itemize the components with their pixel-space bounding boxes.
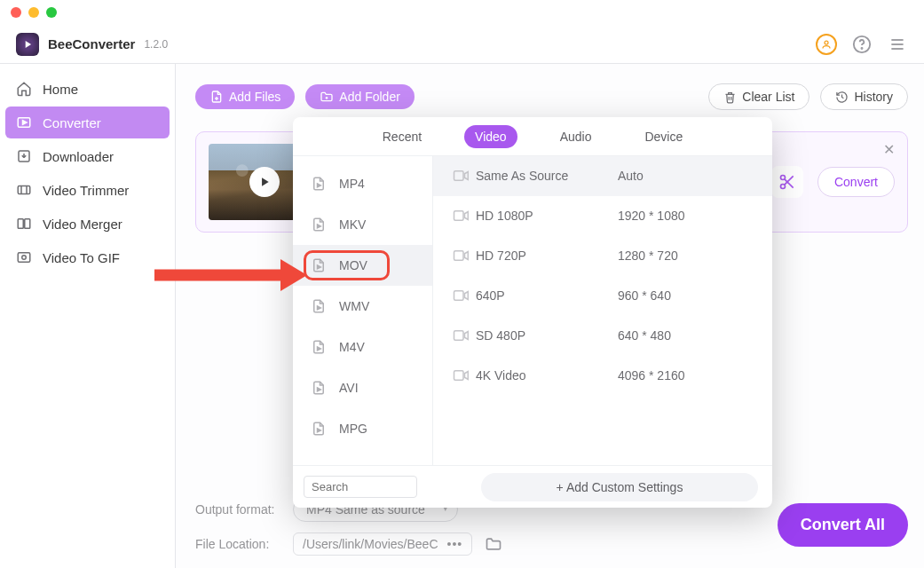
format-search-input[interactable] [304, 476, 417, 498]
format-item-mp4[interactable]: MP4 [293, 163, 432, 204]
svg-point-23 [780, 176, 785, 180]
video-icon [453, 170, 476, 182]
svg-marker-0 [26, 40, 31, 47]
resolution-item[interactable]: 4K Video4096 * 2160 [433, 356, 772, 396]
trim-button[interactable] [771, 166, 803, 198]
file-icon [311, 217, 327, 233]
svg-marker-30 [318, 306, 321, 310]
video-icon [453, 329, 476, 342]
app-header: BeeConverter 1.2.0 [0, 25, 924, 64]
window-titlebar [0, 0, 924, 25]
add-folder-icon [320, 90, 334, 104]
resolution-dims: 1920 * 1080 [618, 209, 685, 223]
convert-button[interactable]: Convert [817, 167, 895, 197]
format-item-mov[interactable]: MOV [293, 245, 432, 286]
add-custom-settings-button[interactable]: + Add Custom Settings [481, 473, 758, 501]
tab-device[interactable]: Device [634, 125, 693, 148]
svg-point-1 [825, 41, 828, 44]
history-label: History [854, 90, 893, 104]
svg-marker-8 [23, 121, 28, 125]
clear-list-label: Clear List [742, 90, 794, 104]
svg-marker-28 [318, 225, 321, 228]
format-label: AVI [339, 381, 359, 395]
file-icon [311, 257, 327, 273]
svg-marker-43 [465, 332, 469, 340]
resolution-item[interactable]: SD 480P640 * 480 [433, 316, 772, 356]
downloader-icon [16, 148, 32, 164]
sidebar-item-gif[interactable]: Video To GIF [5, 241, 170, 273]
help-icon[interactable] [851, 34, 873, 55]
menu-icon[interactable] [887, 34, 908, 55]
svg-rect-14 [25, 219, 30, 229]
resolution-item[interactable]: Same As SourceAuto [433, 156, 772, 196]
format-item-mkv[interactable]: MKV [293, 204, 432, 245]
svg-rect-15 [18, 253, 30, 263]
tab-audio[interactable]: Audio [549, 125, 603, 148]
file-location-field[interactable]: /Users/link/Movies/BeeC ••• [293, 532, 472, 556]
format-label: MKV [339, 217, 366, 232]
format-label: MP4 [339, 177, 365, 191]
window-close-dot[interactable] [11, 7, 21, 18]
svg-point-16 [22, 256, 27, 260]
format-label: M4V [339, 340, 365, 354]
svg-marker-32 [318, 388, 321, 391]
sidebar-item-merger[interactable]: Video Merger [5, 208, 170, 240]
resolution-dims: Auto [618, 169, 644, 183]
tab-recent[interactable]: Recent [372, 125, 432, 148]
sidebar-item-converter[interactable]: Converter [5, 106, 170, 138]
convert-all-button[interactable]: Convert All [778, 503, 908, 547]
file-icon [311, 298, 327, 314]
window-zoom-dot[interactable] [46, 7, 57, 18]
sidebar-item-label: Video To GIF [43, 250, 120, 265]
convert-label: Convert [834, 175, 878, 189]
add-files-icon [209, 90, 224, 104]
app-name: BeeConverter [48, 36, 135, 51]
sidebar-item-trimmer[interactable]: Video Trimmer [5, 174, 170, 206]
format-list[interactable]: MP4MKVMOVWMVM4VAVIMPG [293, 156, 433, 465]
resolution-dims: 4096 * 2160 [618, 368, 685, 383]
svg-point-3 [861, 48, 862, 49]
resolution-item[interactable]: HD 720P1280 * 720 [433, 236, 772, 276]
format-label: MPG [339, 422, 367, 436]
svg-marker-27 [318, 184, 321, 187]
add-folder-label: Add Folder [339, 90, 399, 104]
card-close-icon[interactable]: ✕ [883, 141, 895, 158]
history-icon [835, 91, 849, 104]
add-files-button[interactable]: Add Files [195, 84, 295, 109]
resolution-list[interactable]: Same As SourceAutoHD 1080P1920 * 1080HD … [433, 156, 772, 465]
svg-marker-45 [465, 372, 469, 380]
format-item-mpg[interactable]: MPG [293, 408, 432, 449]
format-item-m4v[interactable]: M4V [293, 327, 432, 367]
resolution-name: HD 720P [476, 248, 618, 263]
format-item-avi[interactable]: AVI [293, 367, 432, 408]
resolution-name: Same As Source [476, 169, 618, 183]
resolution-dims: 1280 * 720 [618, 248, 678, 263]
open-folder-icon[interactable] [485, 535, 502, 553]
tab-video[interactable]: Video [464, 125, 517, 148]
format-item-wmv[interactable]: WMV [293, 286, 432, 327]
sidebar-item-home[interactable]: Home [5, 73, 170, 105]
app-version: 1.2.0 [144, 38, 168, 51]
sidebar-item-label: Home [43, 82, 78, 97]
clear-list-button[interactable]: Clear List [708, 83, 809, 110]
dropdown-tabs: Recent Video Audio Device [293, 117, 772, 156]
app-logo-icon [16, 33, 39, 56]
window-minimize-dot[interactable] [28, 7, 39, 18]
sidebar-item-label: Video Merger [43, 217, 122, 232]
resolution-item[interactable]: 640P960 * 640 [433, 276, 772, 316]
merger-icon [16, 216, 32, 232]
account-icon[interactable] [816, 34, 837, 55]
svg-marker-21 [262, 178, 269, 185]
history-button[interactable]: History [820, 83, 908, 110]
add-files-label: Add Files [229, 90, 280, 104]
toolbar: Add Files Add Folder Clear List History [195, 83, 908, 110]
svg-point-24 [780, 185, 785, 189]
sidebar-item-downloader[interactable]: Downloader [5, 140, 170, 172]
video-icon [453, 289, 476, 302]
add-folder-button[interactable]: Add Folder [305, 84, 414, 109]
sidebar: Home Converter Downloader Video Trimmer … [0, 64, 176, 568]
sidebar-item-label: Downloader [43, 149, 114, 164]
format-label: MOV [339, 258, 367, 272]
resolution-name: HD 1080P [476, 209, 618, 223]
resolution-item[interactable]: HD 1080P1920 * 1080 [433, 196, 772, 236]
